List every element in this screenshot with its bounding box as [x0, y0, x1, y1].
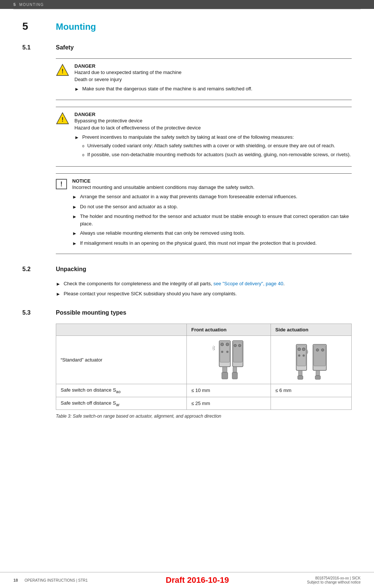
table-container: Front actuation Side actuation “Standard… — [56, 324, 352, 419]
footer-draft-text: Draft 2016-10-19 — [88, 575, 307, 585]
arrow-icon-n4: ► — [72, 230, 77, 237]
section-3-title: Possible mounting types — [56, 309, 126, 316]
danger-2-bullet-1-text: Prevent incentives to manipulate the saf… — [82, 134, 294, 140]
svg-text:!: ! — [61, 68, 64, 75]
danger-2-sub-1: o Universally coded variant only: Attach… — [82, 142, 351, 150]
svg-point-22 — [298, 354, 300, 357]
arrow-icon-1: ► — [74, 86, 79, 93]
switch-on-side: ≤ 6 mm — [271, 384, 351, 397]
arrow-icon-n5: ► — [72, 240, 77, 247]
page-content: 5 Mounting 5.1 Safety ! DANGER Hazard du… — [0, 9, 374, 449]
arrow-icon-u1: ► — [56, 280, 61, 288]
table-row-switch-off: Safe switch off distance Sar ≤ 25 mm — [56, 397, 352, 410]
section-3-num: 5.3 — [22, 309, 41, 316]
unpacking-bullet-1-text: Check the components for completeness an… — [64, 281, 214, 286]
danger-2-bullet-1-wrap: Prevent incentives to manipulate the saf… — [82, 134, 351, 160]
svg-rect-11 — [222, 372, 228, 379]
danger-2-bullet-1: ► Prevent incentives to manipulate the s… — [74, 134, 351, 160]
notice-line1: Incorrect mounting and unsuitable ambien… — [72, 184, 352, 190]
unpacking-bullet-1-end: . — [283, 281, 285, 286]
table-caption: Table 3: Safe switch-on range based on a… — [56, 414, 352, 419]
arrow-icon-n3: ► — [72, 213, 77, 221]
table-row-switch-on: Safe switch on distance Sao ≤ 10 mm ≤ 6 … — [56, 384, 352, 397]
mounting-types-table: Front actuation Side actuation “Standard… — [56, 324, 352, 410]
header-chapter-label: MOUNTING — [19, 3, 44, 7]
page-number: 18 — [13, 578, 25, 582]
actuator-side-image — [271, 336, 351, 384]
svg-point-6 — [221, 343, 224, 346]
unpacking-bullet-2-text: Please contact your respective SICK subs… — [64, 290, 237, 298]
switch-off-front: ≤ 25 mm — [187, 397, 271, 410]
notice-icon: ! — [56, 179, 67, 189]
danger-1-line1: Hazard due to unexpected starting of the… — [74, 70, 252, 75]
svg-point-21 — [302, 348, 305, 351]
side-actuator-svg — [294, 339, 328, 380]
chapter-title: Mounting — [56, 22, 96, 32]
notice-bullet-4: ► Always use reliable mounting elements … — [72, 229, 352, 237]
danger-1-label: DANGER — [74, 63, 252, 69]
section-1-num: 5.1 — [22, 44, 41, 51]
table-header-row: Front actuation Side actuation — [56, 324, 352, 336]
header-chapter-num: 5 — [13, 2, 16, 7]
unpacking-content: ► Check the components for completeness … — [56, 280, 352, 298]
danger-1-content: DANGER Hazard due to unexpected starting… — [74, 63, 252, 95]
col-header-1 — [56, 324, 187, 336]
svg-rect-25 — [298, 376, 303, 379]
svg-point-7 — [226, 343, 229, 346]
switch-off-side — [271, 397, 351, 410]
switch-on-front: ≤ 10 mm — [187, 384, 271, 397]
notice-bullet-2: ► Do not use the sensor and actuator as … — [72, 203, 352, 211]
notice-bullet-5-text: If misalignment results in an opening on… — [80, 240, 317, 247]
svg-point-23 — [303, 354, 305, 357]
col-header-2: Front actuation — [187, 324, 271, 336]
table-row-actuator: “Standard” actuator — [56, 336, 352, 384]
chapter-number: 5 — [22, 20, 41, 32]
danger-2-sub-2-text: If possible, use non-detachable mounting… — [87, 151, 351, 158]
arrow-icon-2: ► — [74, 134, 79, 141]
svg-point-29 — [321, 349, 324, 351]
notice-content: NOTICE Incorrect mounting and unsuitable… — [72, 178, 352, 249]
switch-on-label: Safe switch on distance Sao — [56, 384, 187, 397]
danger-icon-2: ! — [56, 112, 69, 125]
notice-bullet-3-text: The holder and mounting method for the s… — [80, 213, 352, 227]
svg-point-9 — [226, 351, 228, 353]
front-actuator-svg — [212, 339, 245, 380]
switch-off-label: Safe switch off distance Sar — [56, 397, 187, 410]
danger-1-bullets: ► Make sure that the dangerous state of … — [74, 85, 252, 93]
svg-text:!: ! — [61, 116, 64, 123]
svg-rect-27 — [314, 346, 326, 366]
danger-2-sub-bullets: o Universally coded variant only: Attach… — [82, 142, 351, 158]
danger-1-bullet-1: ► Make sure that the dangerous state of … — [74, 85, 252, 93]
danger-2-line2: Hazard due to lack of effectiveness of t… — [74, 125, 351, 131]
scope-of-delivery-link[interactable]: see "Scope of delivery", page 40 — [213, 281, 283, 286]
danger-2-sub-1-text: Universally coded variant only: Attach s… — [87, 142, 335, 150]
svg-point-8 — [221, 351, 223, 353]
notice-bullet-5: ► If misalignment results in an opening … — [72, 240, 352, 247]
notice-bullets: ► Arrange the sensor and actuator in a w… — [72, 193, 352, 247]
danger-1-bullet-1-text: Make sure that the dangerous state of th… — [82, 85, 252, 93]
notice-bullet-4-text: Always use reliable mounting elements th… — [80, 229, 245, 237]
notice-box: ! NOTICE Incorrect mounting and unsuitab… — [56, 173, 352, 254]
notice-bullet-3: ► The holder and mounting method for the… — [72, 213, 352, 227]
footer-bar: 18 OPERATING INSTRUCTIONS | STR1 Draft 2… — [0, 572, 374, 588]
header-bar: 5 MOUNTING — [0, 0, 374, 9]
chapter-heading: 5 Mounting — [22, 20, 352, 32]
svg-point-28 — [316, 349, 319, 351]
danger-box-2: ! DANGER Bypassing the protective device… — [56, 107, 352, 167]
danger-2-bullets: ► Prevent incentives to manipulate the s… — [74, 134, 351, 160]
svg-rect-16 — [233, 367, 237, 372]
actuator-label: “Standard” actuator — [56, 336, 187, 384]
col-header-3: Side actuation — [271, 324, 351, 336]
actuator-front-image — [187, 336, 271, 384]
svg-rect-10 — [223, 367, 227, 372]
unpacking-bullet-2: ► Please contact your respective SICK su… — [56, 290, 352, 298]
danger-2-sub-2: o If possible, use non-detachable mounti… — [82, 151, 351, 158]
section-1-title: Safety — [56, 44, 74, 51]
danger-2-label: DANGER — [74, 112, 351, 117]
section-2-heading: 5.2 Unpacking — [22, 266, 352, 273]
notice-label: NOTICE — [72, 178, 352, 184]
svg-rect-17 — [232, 372, 237, 379]
svg-rect-24 — [298, 370, 302, 376]
unpacking-bullet-1: ► Check the components for completeness … — [56, 280, 352, 288]
section-3-heading: 5.3 Possible mounting types — [22, 309, 352, 316]
